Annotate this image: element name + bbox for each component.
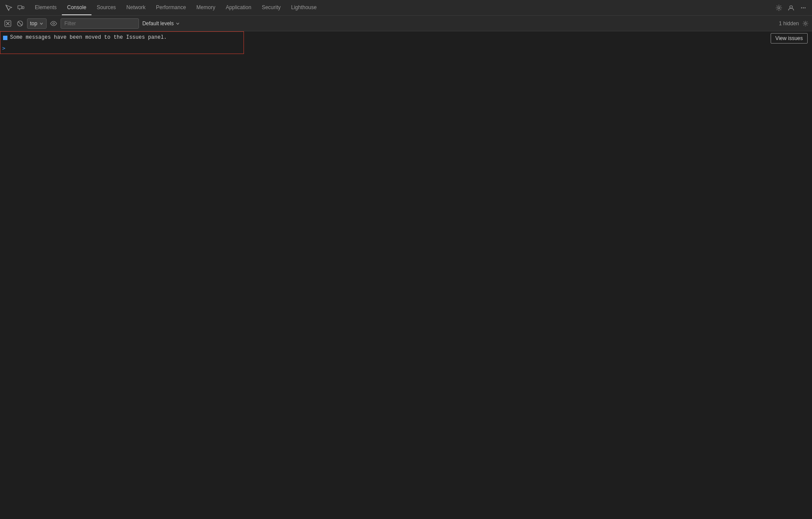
more-options-icon[interactable] [798,3,809,13]
svg-point-7 [805,7,805,8]
svg-point-6 [803,7,804,8]
tabs-bar: Elements Console Sources Network Perform… [0,0,812,16]
stop-recording-icon[interactable] [15,18,25,29]
svg-point-5 [801,7,802,8]
svg-point-3 [778,7,780,9]
tab-performance[interactable]: Performance [151,0,191,15]
tabs-list: Elements Console Sources Network Perform… [30,0,774,15]
issues-notice-box: Some messages have been moved to the Iss… [0,31,244,54]
filter-input[interactable] [61,18,139,29]
settings-icon[interactable] [774,3,784,13]
view-issues-button[interactable]: View issues [771,33,808,44]
inspect-element-icon[interactable] [3,3,14,13]
tab-lighthouse[interactable]: Lighthouse [286,0,322,15]
clear-console-icon[interactable] [3,18,13,29]
info-icon [3,36,7,40]
svg-line-12 [18,22,22,25]
prompt-chevron: > [2,45,5,51]
console-content: Some messages have been moved to the Iss… [0,31,812,519]
tab-security[interactable]: Security [257,0,286,15]
svg-point-13 [53,23,54,24]
tab-icon-group [3,3,26,13]
tab-console[interactable]: Console [62,0,91,15]
tab-memory[interactable]: Memory [191,0,220,15]
remote-devices-icon[interactable] [786,3,796,13]
tab-application[interactable]: Application [220,0,257,15]
tab-network[interactable]: Network [121,0,151,15]
tab-sources[interactable]: Sources [91,0,121,15]
svg-point-14 [805,22,806,24]
tab-elements[interactable]: Elements [30,0,62,15]
svg-point-4 [790,6,792,8]
console-toolbar: top Default levels 1 hidden [0,16,812,31]
device-toolbar-icon[interactable] [16,3,26,13]
svg-rect-0 [18,6,22,9]
hidden-count: 1 hidden [779,20,809,27]
default-levels-button[interactable]: Default levels [141,20,182,27]
issues-notice-text: Some messages have been moved to the Iss… [10,34,167,40]
context-selector[interactable]: top [27,18,47,29]
eye-icon[interactable] [48,18,59,29]
console-prompt-row: > [0,43,244,54]
svg-rect-1 [22,7,24,9]
settings-console-icon[interactable] [802,20,809,27]
tabs-right-icons [774,3,809,13]
